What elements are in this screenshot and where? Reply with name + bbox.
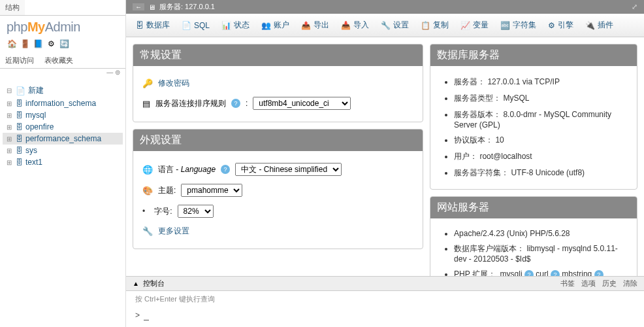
console-link[interactable]: 清除 [623, 279, 637, 288]
server-label: 服务器: 127.0.0.1 [159, 2, 215, 12]
console-prompt: > [135, 311, 140, 320]
toolbar-字符集[interactable]: 🔤字符集 [496, 18, 541, 33]
docs-icon[interactable]: 📘 [33, 39, 43, 49]
expand-icon[interactable]: ⊞ [5, 135, 13, 143]
tool-icon: 📄 [182, 21, 191, 30]
tool-label: 状态 [234, 20, 250, 31]
help-icon[interactable]: ? [221, 165, 230, 174]
db-name: text1 [25, 158, 42, 167]
panel-title: 网站服务器 [430, 197, 637, 218]
theme-icon: 🎨 [142, 186, 153, 196]
panel-title: 常规设置 [133, 44, 423, 66]
collapse-nav-icon[interactable]: ← [133, 3, 144, 10]
toolbar-复制[interactable]: 📋复制 [416, 18, 453, 33]
console-hint: 按 Ctrl+Enter 键执行查询 [126, 291, 644, 307]
database-tree: ⊟📄新建 ⊞🗄information_schema⊞🗄mysql⊞🗄openfi… [0, 78, 125, 173]
font-label: 字号: [154, 206, 172, 217]
toolbar-账户[interactable]: 👥账户 [257, 18, 294, 33]
collation-select[interactable]: utf8mb4_unicode_ci [253, 97, 351, 110]
structure-tab[interactable]: 结构 [0, 0, 25, 15]
change-password-link[interactable]: 修改密码 [158, 78, 189, 89]
tool-label: 字符集 [513, 20, 536, 31]
server-bar: ← 🖥 服务器: 127.0.0.1 ⤢ [126, 0, 644, 14]
logout-icon[interactable]: 🚪 [20, 39, 30, 49]
expand-icon[interactable]: ⊞ [5, 100, 13, 107]
new-icon: 📄 [16, 86, 25, 95]
tree-item-db[interactable]: ⊞🗄mysql [3, 109, 123, 121]
new-database[interactable]: ⊟📄新建 [3, 84, 123, 97]
tool-label: 数据库 [146, 20, 170, 31]
quick-icons: 🏠 🚪 📘 ⚙ 🔄 [0, 37, 125, 53]
wrench-icon: 🔧 [142, 226, 153, 236]
console-link[interactable]: 历史 [602, 279, 617, 288]
language-select[interactable]: 中文 - Chinese simplified [235, 163, 342, 176]
tool-icon: 🔤 [500, 21, 510, 30]
tool-label: 导出 [314, 20, 329, 31]
tool-icon: 📋 [421, 21, 430, 30]
panel-title: 数据库服务器 [430, 44, 637, 66]
key-icon: 🔑 [142, 78, 153, 88]
list-item: 服务器字符集： UTF-8 Unicode (utf8) [454, 165, 628, 181]
toolbar-导入[interactable]: 📥导入 [336, 18, 374, 33]
tree-collapse-icon[interactable]: — ⊚ [0, 69, 125, 78]
resize-icon[interactable]: ⤢ [632, 3, 637, 11]
tree-item-db[interactable]: ⊞🗄openfire [3, 121, 123, 133]
toolbar-SQL[interactable]: 📄SQL [177, 18, 214, 33]
help-icon[interactable]: ? [231, 99, 240, 108]
database-icon: 🗄 [16, 135, 23, 143]
expand-icon[interactable]: ⊞ [5, 124, 13, 131]
server-icon: 🖥 [148, 3, 155, 11]
tool-icon: 📤 [301, 21, 311, 30]
database-icon: 🗄 [16, 146, 23, 154]
language-icon: 🌐 [142, 165, 153, 175]
tree-item-db[interactable]: ⊞🗄text1 [3, 156, 123, 168]
toolbar-数据库[interactable]: 🗄数据库 [131, 18, 174, 33]
console-toggle-icon[interactable]: ▲ [133, 280, 139, 287]
tool-icon: 🔧 [381, 21, 391, 30]
toolbar-插件[interactable]: 🔌插件 [581, 18, 618, 33]
tool-label: SQL [194, 21, 210, 30]
list-item: 用户： root@localhost [454, 148, 628, 165]
expand-icon[interactable]: ⊞ [5, 112, 13, 119]
recent-tab[interactable]: 近期访问 [0, 53, 39, 68]
more-settings-link[interactable]: 更多设置 [158, 226, 189, 237]
db-name: sys [25, 146, 37, 155]
tool-icon: 🗄 [136, 21, 144, 30]
toolbar-变量[interactable]: 📈变量 [456, 18, 493, 33]
list-item: Apache/2.4.23 (Unix) PHP/5.6.28 [454, 226, 628, 241]
console-link[interactable]: 选项 [581, 279, 596, 288]
console-link[interactable]: 书签 [560, 279, 575, 288]
tool-label: 插件 [598, 20, 613, 31]
font-select[interactable]: 82% [178, 205, 214, 218]
tool-icon: 📈 [460, 21, 470, 30]
appearance-settings-panel: 外观设置 🌐 语言 - Language ? 中文 - Chinese simp… [133, 129, 423, 249]
favorites-tab[interactable]: 表收藏夹 [39, 53, 78, 68]
tree-item-db[interactable]: ⊞🗄sys [3, 145, 123, 156]
tool-icon: 👥 [261, 21, 271, 30]
list-item: 协议版本： 10 [454, 132, 628, 148]
database-icon: 🗄 [16, 99, 23, 107]
navigation-panel: 结构 phpMyAdmin 🏠 🚪 📘 ⚙ 🔄 近期访问 表收藏夹 — ⊚ ⊟📄… [0, 0, 126, 327]
console: ▲ 控制台 书签选项历史清除 按 Ctrl+Enter 键执行查询 > [126, 276, 644, 327]
expand-icon[interactable]: ⊞ [5, 147, 13, 154]
toolbar-状态[interactable]: 📊状态 [217, 18, 254, 33]
list-item: 服务器： 127.0.0.1 via TCP/IP [454, 74, 628, 90]
language-label: 语言 - Language [158, 164, 216, 175]
general-settings-panel: 常规设置 🔑 修改密码 ▤ 服务器连接排序规则 ?: utf8mb4_unico… [133, 44, 423, 122]
theme-select[interactable]: pmahomme [181, 184, 242, 197]
tool-label: 引擎 [558, 20, 573, 31]
settings-icon[interactable]: ⚙ [46, 39, 56, 49]
home-icon[interactable]: 🏠 [7, 39, 17, 49]
collation-label: 服务器连接排序规则 [155, 98, 226, 109]
expand-icon[interactable]: ⊞ [5, 159, 13, 166]
reload-icon[interactable]: 🔄 [59, 39, 69, 49]
tree-item-db[interactable]: ⊞🗄information_schema [3, 97, 123, 109]
tree-item-db[interactable]: ⊞🗄performance_schema [3, 133, 123, 145]
tool-label: 变量 [473, 20, 489, 31]
toolbar-设置[interactable]: 🔧设置 [376, 18, 413, 33]
tool-icon: ⚙ [548, 21, 555, 30]
tool-label: 复制 [433, 20, 449, 31]
console-input[interactable] [144, 311, 149, 320]
toolbar-引擎[interactable]: ⚙引擎 [543, 18, 578, 33]
toolbar-导出[interactable]: 📤导出 [297, 18, 334, 33]
